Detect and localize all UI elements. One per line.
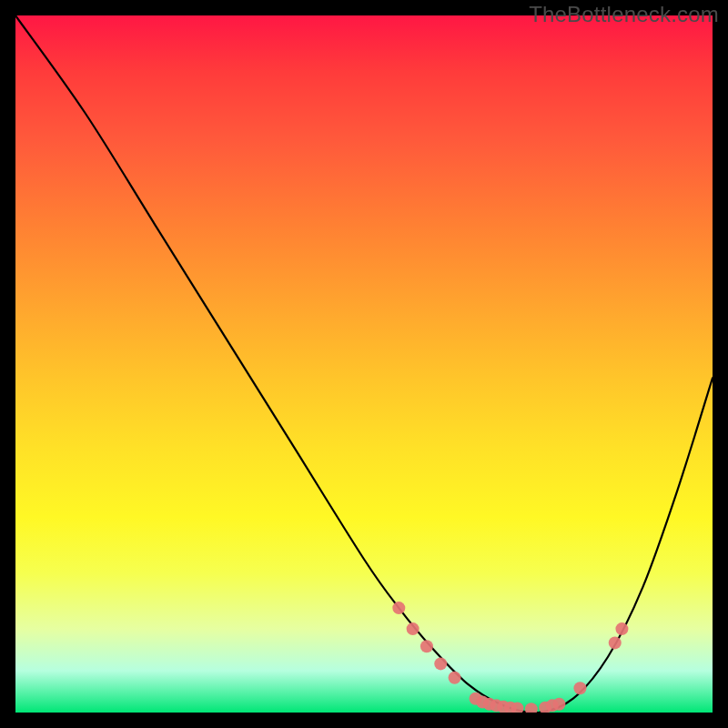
curve-marker: [449, 672, 461, 684]
bottleneck-curve-path: [15, 15, 713, 713]
curve-marker: [434, 657, 447, 670]
curve-marker: [573, 682, 586, 694]
curve-marker: [420, 640, 433, 652]
curve-marker: [609, 636, 622, 649]
curve-marker: [525, 703, 538, 713]
watermark-text: TheBottleneck.com: [529, 2, 719, 27]
chart-area: [15, 15, 713, 713]
curve-marker: [552, 698, 565, 711]
curve-marker: [407, 622, 420, 635]
curve-markers: [392, 602, 628, 713]
bottleneck-curve-svg: [15, 15, 713, 713]
curve-marker: [615, 622, 628, 635]
curve-marker: [392, 602, 405, 614]
